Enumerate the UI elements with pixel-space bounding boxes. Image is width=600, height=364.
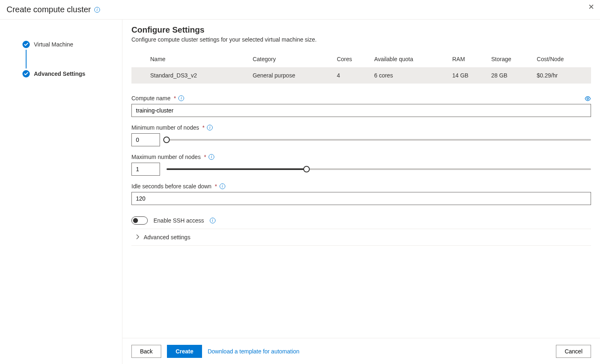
step-label: Advanced Settings: [34, 71, 85, 77]
col-cores: Cores: [333, 51, 371, 67]
col-ram: RAM: [449, 51, 488, 67]
step-virtual-machine[interactable]: Virtual Machine: [22, 39, 122, 50]
dialog-title: Create compute cluster: [7, 5, 91, 14]
dialog-header: Create compute cluster i ✕: [0, 0, 600, 20]
max-nodes-input[interactable]: [131, 163, 160, 176]
ssh-toggle-label: Enable SSH access: [153, 217, 204, 224]
compute-name-input[interactable]: [131, 104, 591, 117]
chevron-right-icon: [136, 234, 140, 240]
svg-point-0: [587, 98, 589, 99]
field-ssh-toggle: Enable SSH access i: [131, 212, 591, 229]
cell-ram: 14 GB: [449, 67, 488, 84]
back-button[interactable]: Back: [131, 345, 161, 358]
step-connector: [26, 50, 27, 68]
min-nodes-label: Minimum number of nodes: [131, 124, 199, 131]
section-description: Configure compute cluster settings for y…: [131, 36, 591, 43]
dialog-footer: Back Create Download a template for auto…: [122, 338, 600, 364]
col-quota: Available quota: [371, 51, 449, 67]
main-panel: Configure Settings Configure compute clu…: [122, 20, 600, 364]
required-marker: *: [202, 124, 204, 131]
cell-name: Standard_DS3_v2: [131, 67, 249, 84]
required-marker: *: [174, 95, 176, 101]
col-cost: Cost/Node: [533, 51, 591, 67]
cancel-button[interactable]: Cancel: [556, 345, 591, 358]
cell-quota: 6 cores: [371, 67, 449, 84]
info-icon[interactable]: i: [209, 154, 214, 160]
ssh-toggle[interactable]: [131, 216, 148, 225]
field-compute-name: Compute name * i: [131, 95, 591, 117]
advanced-settings-label: Advanced settings: [144, 234, 190, 240]
step-label: Virtual Machine: [34, 41, 73, 48]
cell-cost: $0.29/hr: [533, 67, 591, 84]
col-category: Category: [249, 51, 333, 67]
info-icon[interactable]: i: [220, 183, 225, 189]
field-idle-seconds: Idle seconds before scale down * i: [131, 183, 591, 205]
field-min-nodes: Minimum number of nodes * i: [131, 124, 591, 146]
slider-thumb[interactable]: [163, 137, 170, 143]
max-nodes-slider[interactable]: [167, 168, 591, 170]
info-icon[interactable]: i: [207, 125, 213, 130]
required-marker: *: [204, 154, 206, 160]
field-max-nodes: Maximum number of nodes * i: [131, 154, 591, 176]
check-icon: [22, 70, 30, 77]
info-icon[interactable]: i: [178, 95, 184, 101]
table-row: Standard_DS3_v2 General purpose 4 6 core…: [131, 67, 591, 84]
slider-thumb[interactable]: [303, 166, 310, 172]
download-template-link[interactable]: Download a template for automation: [208, 348, 300, 355]
max-nodes-label: Maximum number of nodes: [131, 154, 201, 160]
check-icon: [22, 41, 30, 48]
create-button[interactable]: Create: [167, 345, 202, 358]
vm-summary-table: Name Category Cores Available quota RAM …: [131, 51, 591, 84]
info-icon[interactable]: i: [210, 218, 216, 223]
eye-icon[interactable]: [584, 96, 591, 102]
idle-seconds-input[interactable]: [131, 192, 591, 205]
step-advanced-settings[interactable]: Advanced Settings: [22, 68, 122, 79]
info-icon[interactable]: i: [94, 7, 100, 13]
advanced-settings-expander[interactable]: Advanced settings: [131, 229, 591, 246]
cell-category: General purpose: [249, 67, 333, 84]
col-name: Name: [131, 51, 249, 67]
min-nodes-input[interactable]: [131, 133, 160, 146]
cell-cores: 4: [333, 67, 371, 84]
cell-storage: 28 GB: [488, 67, 533, 84]
section-title: Configure Settings: [131, 25, 591, 35]
min-nodes-slider[interactable]: [167, 139, 591, 141]
required-marker: *: [215, 183, 217, 190]
idle-seconds-label: Idle seconds before scale down: [131, 183, 211, 190]
col-storage: Storage: [488, 51, 533, 67]
wizard-sidebar: Virtual Machine Advanced Settings: [0, 20, 122, 364]
compute-name-label: Compute name: [131, 95, 171, 101]
close-icon[interactable]: ✕: [587, 2, 596, 12]
